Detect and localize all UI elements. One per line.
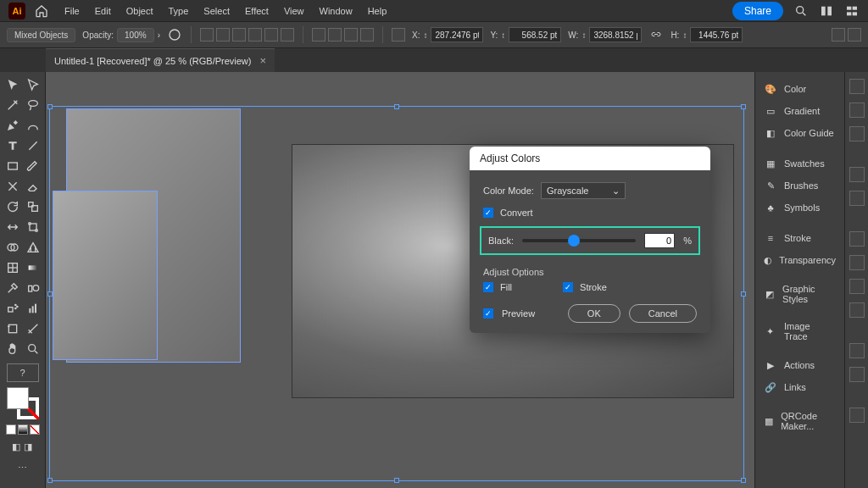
collapsed-panel-icon-11[interactable] xyxy=(849,367,865,382)
share-button[interactable]: Share xyxy=(732,2,783,20)
eraser-tool-icon[interactable] xyxy=(24,177,42,196)
draw-normal-icon[interactable]: ◧ xyxy=(12,441,22,452)
paintbrush-tool-icon[interactable] xyxy=(24,157,42,175)
align-top-icon[interactable] xyxy=(248,28,262,42)
zoom-tool-icon[interactable] xyxy=(24,340,42,358)
y-stepper-icon[interactable]: ↕ xyxy=(501,30,505,40)
collapsed-panel-icon-10[interactable] xyxy=(849,343,865,358)
none-mode-icon[interactable] xyxy=(30,424,40,435)
w-input[interactable] xyxy=(589,27,642,42)
panel-symbols[interactable]: ♣Symbols xyxy=(755,197,844,218)
curvature-tool-icon[interactable] xyxy=(24,116,42,135)
opacity-chevron-icon[interactable]: › xyxy=(158,30,160,40)
menu-type[interactable]: Type xyxy=(162,3,196,19)
hand-tool-icon[interactable] xyxy=(3,340,22,358)
menu-window[interactable]: Window xyxy=(313,3,359,19)
color-mode-icon[interactable] xyxy=(6,424,16,435)
panel-color-guide[interactable]: ◧Color Guide xyxy=(755,123,844,143)
collapsed-panel-icon-5[interactable] xyxy=(849,191,865,206)
magic-wand-tool-icon[interactable] xyxy=(3,96,22,114)
artboard-tool-icon[interactable] xyxy=(3,319,22,338)
h-stepper-icon[interactable]: ↕ xyxy=(682,30,687,40)
distribute-h-icon[interactable] xyxy=(312,28,326,42)
panel-stroke[interactable]: ≡Stroke xyxy=(755,228,844,248)
panel-graphic-styles[interactable]: ◩Graphic Styles xyxy=(755,280,844,308)
free-transform-tool-icon[interactable] xyxy=(24,218,42,236)
menu-help[interactable]: Help xyxy=(361,3,394,19)
close-tab-icon[interactable]: × xyxy=(259,54,266,67)
align-vcenter-icon[interactable] xyxy=(264,28,278,42)
align-bottom-icon[interactable] xyxy=(281,28,294,42)
pen-tool-icon[interactable] xyxy=(3,116,22,135)
collapsed-panel-icon-6[interactable] xyxy=(849,231,865,247)
column-graph-tool-icon[interactable] xyxy=(24,299,42,318)
arrange-documents-icon[interactable] xyxy=(819,3,834,19)
panel-gradient[interactable]: ▭Gradient xyxy=(755,101,844,121)
ok-button[interactable]: OK xyxy=(568,304,620,323)
search-icon[interactable] xyxy=(793,3,809,19)
panel-color[interactable]: 🎨Color xyxy=(755,79,844,99)
collapsed-panel-icon-1[interactable] xyxy=(849,79,865,94)
panel-links[interactable]: 🔗Links xyxy=(755,377,844,397)
y-input[interactable] xyxy=(509,27,561,42)
slider-thumb-icon[interactable] xyxy=(568,235,580,247)
shape-builder-tool-icon[interactable] xyxy=(3,238,22,257)
fill-stroke-swatch[interactable] xyxy=(7,387,39,419)
panel-brushes[interactable]: ✎Brushes xyxy=(755,175,844,196)
edit-toolbar-icon[interactable]: ⋯ xyxy=(14,458,32,477)
x-input[interactable] xyxy=(431,27,483,42)
artboard-object-2[interactable] xyxy=(53,191,158,360)
type-tool-icon[interactable] xyxy=(3,136,22,155)
panel-qrcode-maker[interactable]: ▩QRCode Maker... xyxy=(755,408,844,435)
cancel-button[interactable]: Cancel xyxy=(629,304,697,323)
menu-object[interactable]: Object xyxy=(120,3,160,19)
line-segment-tool-icon[interactable] xyxy=(24,136,42,155)
shaper-tool-icon[interactable] xyxy=(3,177,22,196)
link-wh-icon[interactable] xyxy=(648,27,664,42)
distribute-spacing-h-icon[interactable] xyxy=(344,28,358,42)
rotate-tool-icon[interactable] xyxy=(3,197,22,216)
menu-select[interactable]: Select xyxy=(197,3,236,19)
perspective-grid-tool-icon[interactable] xyxy=(24,238,42,257)
home-icon[interactable] xyxy=(34,3,49,19)
collapsed-panel-icon-8[interactable] xyxy=(849,279,865,294)
fill-swatch[interactable] xyxy=(7,387,29,409)
black-value-input[interactable] xyxy=(644,233,675,248)
collapsed-panel-icon-9[interactable] xyxy=(849,302,865,318)
transform-anchor-icon[interactable] xyxy=(392,28,405,42)
document-tab[interactable]: Untitled-1 [Recovered]* @ 25 % (RGB/Prev… xyxy=(46,48,275,72)
gradient-mode-icon[interactable] xyxy=(18,424,28,435)
panel-transparency[interactable]: ◐Transparency xyxy=(755,250,844,270)
draw-behind-icon[interactable]: ◨ xyxy=(24,441,34,452)
convert-checkbox[interactable]: ✓ xyxy=(483,208,493,218)
symbol-sprayer-tool-icon[interactable] xyxy=(3,299,22,318)
collapsed-panel-icon-7[interactable] xyxy=(849,255,865,270)
canvas[interactable]: Adjust Colors Color Mode: Grayscale ⌄ ✓ … xyxy=(46,72,754,488)
color-mode-select[interactable]: Grayscale ⌄ xyxy=(541,182,626,199)
workspace-switcher-icon[interactable] xyxy=(844,3,860,19)
mesh-tool-icon[interactable] xyxy=(3,258,22,277)
menu-file[interactable]: File xyxy=(58,3,86,19)
align-hcenter-icon[interactable] xyxy=(216,28,230,42)
menu-edit[interactable]: Edit xyxy=(88,3,118,19)
panel-dock-icon[interactable] xyxy=(832,28,845,42)
black-slider[interactable] xyxy=(522,239,636,242)
blend-tool-icon[interactable] xyxy=(24,279,42,297)
w-stepper-icon[interactable]: ↕ xyxy=(581,30,586,40)
rectangle-tool-icon[interactable] xyxy=(3,157,22,175)
preview-checkbox[interactable]: ✓ xyxy=(483,308,493,319)
x-stepper-icon[interactable]: ↕ xyxy=(423,30,427,40)
selection-tool-icon[interactable] xyxy=(3,75,22,94)
distribute-v-icon[interactable] xyxy=(328,28,342,42)
slice-tool-icon[interactable] xyxy=(24,319,42,338)
align-right-icon[interactable] xyxy=(232,28,246,42)
opacity-value[interactable]: 100% xyxy=(117,28,154,42)
recolor-artwork-icon[interactable] xyxy=(167,27,182,42)
collapsed-panel-icon-3[interactable] xyxy=(849,126,865,141)
eyedropper-tool-icon[interactable] xyxy=(3,279,22,297)
lasso-tool-icon[interactable] xyxy=(24,96,42,114)
collapsed-panel-icon-4[interactable] xyxy=(849,167,865,182)
gradient-tool-icon[interactable] xyxy=(24,258,42,277)
unknown-tool-slot[interactable]: ? xyxy=(7,363,39,382)
distribute-spacing-v-icon[interactable] xyxy=(360,28,374,42)
